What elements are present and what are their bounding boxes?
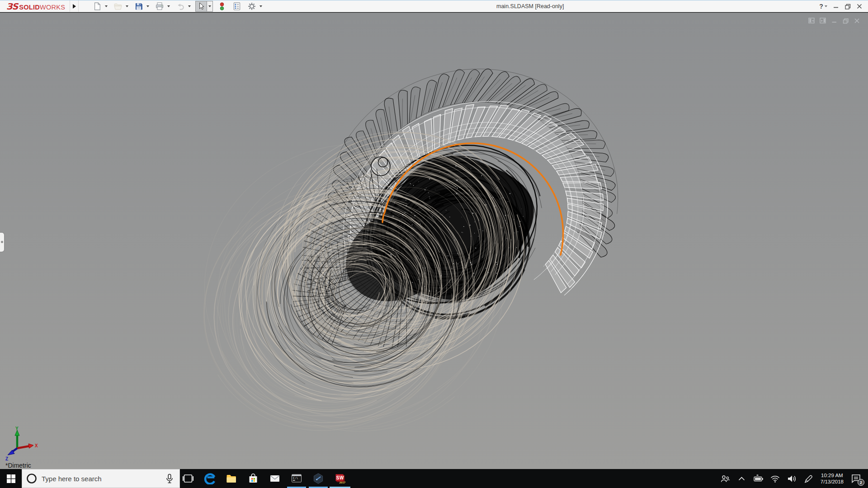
select-button[interactable] [195,1,207,12]
undo-dropdown-button[interactable] [186,1,192,12]
svg-text:2017: 2017 [339,481,346,484]
minimize-icon [833,4,839,9]
taskbar-store-button[interactable] [242,469,264,488]
save-button[interactable] [133,1,145,12]
taskbar-search[interactable] [22,469,180,488]
file-properties-icon [232,2,241,11]
new-document-button[interactable] [91,1,103,12]
help-button[interactable]: ? [816,0,830,12]
new-document-icon [93,2,102,11]
reference-triad-icon: Y X Z [4,427,44,463]
logo-text-solid: SOLID [19,4,40,11]
help-icon: ? [819,3,823,10]
store-icon [247,473,259,484]
select-icon [197,2,206,11]
people-icon [720,474,730,484]
new-document-caret-icon [105,5,108,7]
doc-restore-icon [843,18,849,24]
doc-close-button[interactable] [851,16,863,25]
solidworks-logo: ЗS SOLID WORKS [0,1,70,11]
battery-icon [753,474,764,484]
close-button[interactable] [854,0,865,12]
dassault-3ds-logo-icon: ЗS [6,1,18,11]
undo-button[interactable] [175,1,186,12]
taskbar-solidworks-2017-button[interactable]: SW2017 [329,469,351,488]
open-dropdown-button[interactable] [124,1,130,12]
open-caret-icon [126,5,128,7]
volume-icon [787,474,797,484]
tray-people-button[interactable] [717,469,733,488]
document-window-controls [806,16,863,25]
windows-taskbar: C:\SW2017 10:29 AM 7/13/2018 2 [0,469,868,488]
file-properties-button[interactable] [231,1,243,12]
document-title: main.SLDASM [Read-only] [496,0,564,12]
windows-ink-icon [803,474,814,484]
new-document-dropdown-button[interactable] [103,1,109,12]
taskbar-clock[interactable]: 10:29 AM 7/13/2018 [817,472,847,485]
hexagon-app-icon [312,473,324,484]
new-document-tool-group [91,1,109,12]
command-prompt-icon: C:\ [291,473,302,484]
taskbar-mail-button[interactable] [264,469,286,488]
search-input[interactable] [42,475,162,483]
taskbar-command-prompt-button[interactable]: C:\ [286,469,307,488]
system-tray: 10:29 AM 7/13/2018 2 [717,469,868,488]
doc-minimize-button[interactable] [829,16,840,25]
featuremanager-pane-toggle-button[interactable] [817,16,829,25]
start-button[interactable] [0,469,22,488]
taskbar-app-icons: C:\SW2017 [177,469,351,488]
tray-chevron-up-button[interactable] [733,469,750,488]
undo-caret-icon [188,5,191,7]
clock-time: 10:29 AM [821,472,844,479]
panel-tab-grip-icon [1,241,3,243]
options-button[interactable] [246,1,258,12]
print-button[interactable] [154,1,165,12]
svg-text:W: W [340,475,344,480]
save-dropdown-button[interactable] [145,1,151,12]
print-icon [155,2,164,11]
minimize-button[interactable] [830,0,842,12]
tray-battery-button[interactable] [750,469,767,488]
svg-text:C:\: C:\ [293,476,298,479]
triad-x-label: X [35,443,38,448]
notification-badge: 2 [858,479,864,486]
select-tool-group [195,1,213,12]
graphics-viewport[interactable]: Y X Z *Dimetric [0,13,868,469]
select-caret-icon [208,5,211,7]
open-icon [113,2,123,11]
taskbar-file-explorer-button[interactable] [221,469,242,488]
featuremanager-pane-icon [820,18,826,24]
solidworks-window: ЗS SOLID WORKS main.SLDASM [Read-only] ? [0,0,868,488]
tray-windows-ink-button[interactable] [800,469,817,488]
display-pane-toggle-button[interactable] [806,16,817,25]
taskbar-task-view-button[interactable] [177,469,199,488]
svg-text:S: S [336,475,340,480]
turbine-assembly-wireframe-model [181,36,660,434]
file-properties-tool-group [231,1,243,12]
restore-button[interactable] [842,0,854,12]
select-dropdown-button[interactable] [207,1,213,12]
triad-x-arrowhead [28,444,33,448]
file-explorer-icon [226,473,237,484]
cortana-icon [26,473,37,484]
microphone-icon[interactable] [165,474,174,483]
close-icon [857,4,862,9]
open-tool-group [112,1,130,12]
solidworks-2017-icon: SW2017 [334,473,346,484]
open-button[interactable] [112,1,124,12]
task-view-icon [182,473,194,484]
collapsed-featuremanager-tab[interactable] [0,233,4,252]
action-center-button[interactable]: 2 [847,469,866,488]
taskbar-edge-button[interactable] [199,469,221,488]
menu-flyout-button[interactable] [70,0,79,12]
tray-wifi-button[interactable] [767,469,783,488]
taskbar-hexagon-app-button[interactable] [307,469,329,488]
rebuild-button[interactable] [216,1,228,12]
undo-tool-group [175,1,192,12]
wifi-icon [770,474,780,484]
tray-volume-button[interactable] [783,469,800,488]
options-dropdown-button[interactable] [258,1,264,12]
save-icon [134,2,143,11]
print-dropdown-button[interactable] [165,1,171,12]
doc-restore-button[interactable] [840,16,851,25]
